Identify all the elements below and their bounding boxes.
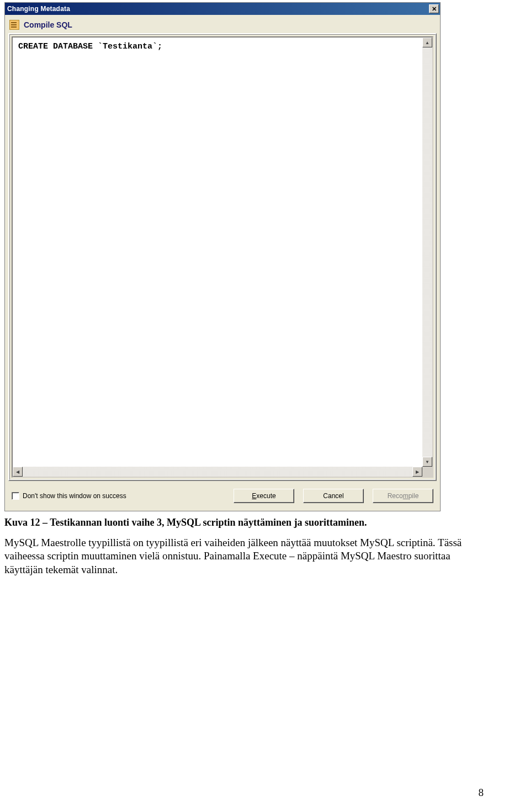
checkbox-label: Don't show this window on success — [23, 492, 126, 500]
scroll-down-icon[interactable]: ▼ — [422, 457, 432, 467]
scroll-track[interactable] — [422, 47, 432, 457]
changing-metadata-dialog: Changing Metadata ✕ Compile SQL CREATE D… — [4, 2, 441, 511]
titlebar[interactable]: Changing Metadata ✕ — [5, 3, 440, 15]
sql-editor[interactable]: CREATE DATABASE `Testikanta`; ▲ ▼ ◀ ▶ — [12, 36, 433, 478]
recompile-button: Recompile — [373, 489, 433, 503]
execute-button[interactable]: Execute — [234, 489, 294, 503]
scroll-right-icon[interactable]: ▶ — [412, 467, 422, 477]
scroll-up-icon[interactable]: ▲ — [422, 38, 432, 47]
sql-script-icon — [9, 20, 19, 30]
dialog-body: Compile SQL CREATE DATABASE `Testikanta`… — [5, 15, 440, 511]
checkbox-icon[interactable] — [12, 492, 19, 500]
section-header: Compile SQL — [8, 18, 437, 33]
vertical-scrollbar[interactable]: ▲ ▼ — [422, 38, 432, 467]
dialog-footer: Don't show this window on success Execut… — [8, 481, 437, 507]
button-row: Execute Cancel Recompile — [234, 489, 433, 503]
editor-frame: CREATE DATABASE `Testikanta`; ▲ ▼ ◀ ▶ — [8, 33, 437, 481]
close-button[interactable]: ✕ — [429, 4, 439, 13]
page-number: 8 — [479, 787, 484, 799]
section-label: Compile SQL — [24, 20, 72, 29]
scroll-corner — [422, 467, 432, 477]
dont-show-checkbox[interactable]: Don't show this window on success — [12, 492, 126, 500]
window-title: Changing Metadata — [7, 5, 70, 13]
body-paragraph: MySQL Maestrolle tyypillistä on tyypilli… — [4, 536, 484, 576]
horizontal-scrollbar[interactable]: ◀ ▶ — [13, 467, 432, 477]
scroll-left-icon[interactable]: ◀ — [13, 467, 23, 477]
sql-code[interactable]: CREATE DATABASE `Testikanta`; — [13, 38, 422, 467]
cancel-button[interactable]: Cancel — [303, 489, 364, 503]
scroll-track-h[interactable] — [23, 467, 412, 477]
close-icon: ✕ — [432, 6, 437, 13]
figure-caption: Kuva 12 – Testikannan luonti vaihe 3, My… — [4, 517, 530, 528]
